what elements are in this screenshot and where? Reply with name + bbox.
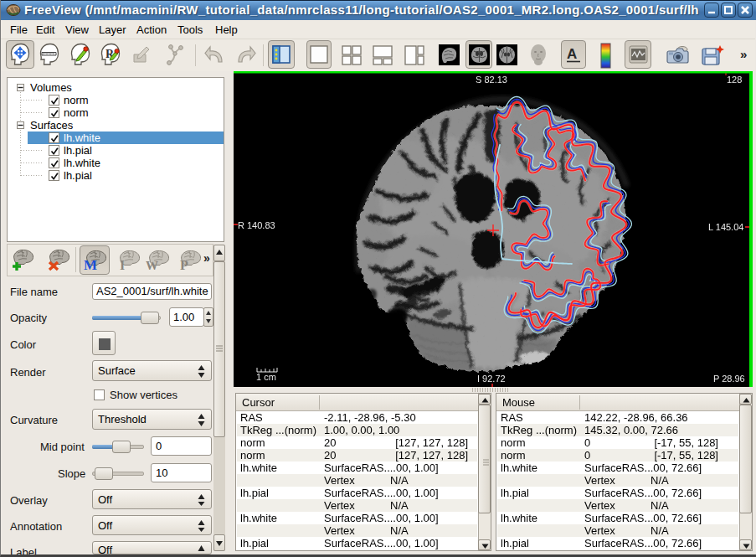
svg-text:L 145.04: L 145.04 xyxy=(708,222,743,232)
svg-text:W: W xyxy=(146,259,158,271)
svg-text:I 92.72: I 92.72 xyxy=(477,374,506,384)
svg-text:1 cm: 1 cm xyxy=(256,372,276,382)
svg-text:A: A xyxy=(567,46,577,62)
svg-text:P: P xyxy=(180,258,188,271)
svg-text:I: I xyxy=(120,258,125,271)
svg-text:R 140.83: R 140.83 xyxy=(238,220,275,230)
svg-text:M: M xyxy=(84,257,97,271)
svg-text:S 82.13: S 82.13 xyxy=(476,75,507,85)
svg-text:128: 128 xyxy=(727,75,742,85)
svg-text:P 28.96: P 28.96 xyxy=(713,374,745,384)
